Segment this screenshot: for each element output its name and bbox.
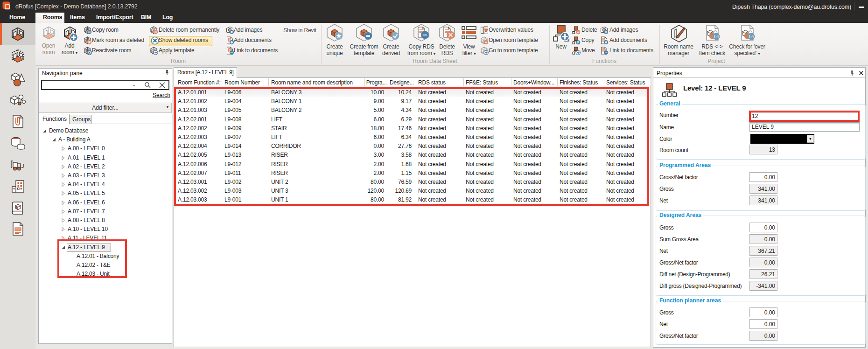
svg-text:1:1: 1:1 (749, 35, 754, 39)
svg-text:★: ★ (336, 32, 342, 40)
svg-text:∞: ∞ (605, 50, 607, 55)
svg-text:1:1: 1:1 (714, 35, 719, 39)
svg-text:∞: ∞ (231, 50, 233, 55)
